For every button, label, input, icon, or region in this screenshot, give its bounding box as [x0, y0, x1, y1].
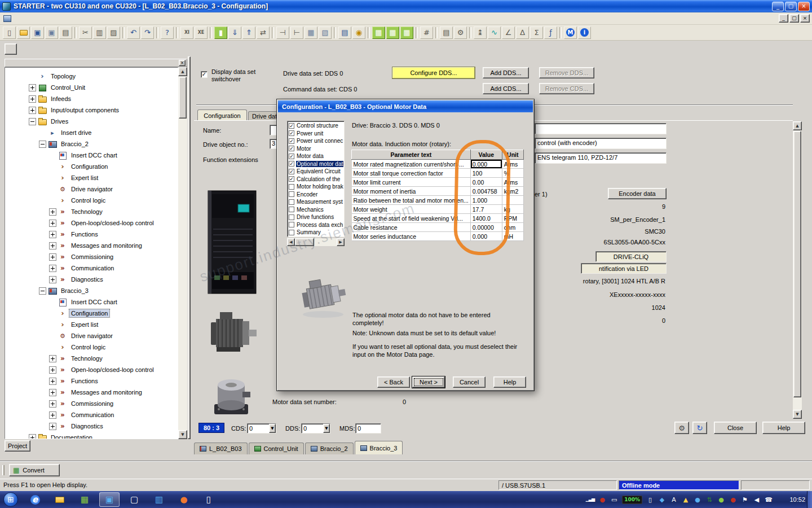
help-button[interactable]: Help	[493, 376, 526, 388]
expert-list-xi-icon[interactable]: XI	[180, 27, 193, 39]
value-cell[interactable]: 1.000	[470, 196, 502, 205]
tree-item[interactable]: Insert DCC chart	[5, 150, 178, 161]
step-checkbox-icon[interactable]	[289, 207, 294, 212]
insert-before-icon[interactable]: ⊣	[276, 27, 289, 39]
tree-item[interactable]: Configuration	[5, 308, 178, 319]
toolbar-separator[interactable]	[334, 27, 336, 38]
signal-bars-icon[interactable]: ▁▃▅	[586, 495, 594, 504]
new-project-icon[interactable]: ▯	[3, 27, 16, 39]
menu-item[interactable]	[60, 17, 69, 20]
menu-item[interactable]	[15, 17, 24, 20]
connect-target-icon[interactable]: ▮	[214, 27, 227, 39]
document-tab[interactable]: Control_Unit	[249, 443, 304, 454]
step-checkbox-icon[interactable]	[289, 184, 294, 190]
display-dds-checkbox[interactable]: ✓	[201, 71, 208, 78]
step-checkbox-icon[interactable]	[289, 154, 294, 159]
taskbar-explorer-icon[interactable]	[50, 492, 70, 507]
status-green-icon[interactable]: ●	[717, 495, 725, 504]
phone-icon[interactable]: ☎	[765, 495, 773, 504]
trace-window-icon[interactable]: ▦	[386, 27, 399, 39]
dds-value-input[interactable]	[302, 425, 323, 432]
tree-expander-icon[interactable]	[39, 141, 46, 148]
wizard-step[interactable]: Optional motor dat	[288, 160, 343, 168]
start-button[interactable]: ⊞	[3, 492, 18, 507]
tree-expander-icon[interactable]	[49, 366, 56, 374]
tree-expander-icon[interactable]	[29, 107, 36, 114]
tree-expander-icon[interactable]	[49, 265, 56, 272]
ramp-icon[interactable]: ∆	[516, 27, 529, 39]
step-checkbox-icon[interactable]	[289, 191, 294, 197]
step-checkbox-icon[interactable]	[289, 138, 294, 144]
tree-item[interactable]: Drive navigator	[5, 330, 178, 341]
wizard-step[interactable]: Power unit	[288, 130, 343, 138]
wizard-step[interactable]: Calculation of the	[288, 176, 343, 183]
volume-icon[interactable]: ◀	[753, 495, 761, 504]
menu-item[interactable]	[42, 17, 51, 20]
tree-expander-icon[interactable]	[49, 242, 56, 249]
tree-item[interactable]: Commissioning	[5, 251, 178, 262]
toolbar-separator[interactable]	[416, 27, 418, 38]
wizard-step[interactable]: Motor data	[288, 152, 343, 160]
tree-item[interactable]: Documentation	[5, 432, 178, 439]
mds-field[interactable]	[355, 423, 381, 433]
tree-expander-icon[interactable]	[49, 355, 56, 362]
sync-icon[interactable]: ⇅	[705, 495, 713, 504]
tree-item[interactable]: Functions	[5, 375, 178, 387]
tree-item[interactable]: Expert list	[5, 319, 178, 330]
tree-item[interactable]: Insert DCC chart	[5, 296, 178, 308]
tree-expander-icon[interactable]	[49, 423, 56, 430]
wizard-step[interactable]: Power unit connec	[288, 137, 343, 145]
dialog-title-bar[interactable]: Configuration - L_B02_B03 - Optional Mot…	[278, 100, 533, 112]
menu-item[interactable]	[51, 17, 60, 20]
scrollbar-thumb[interactable]	[179, 77, 187, 119]
configure-dds-button[interactable]: Configure DDS...	[392, 67, 475, 79]
taskbar-clock[interactable]: 10:52	[789, 491, 805, 508]
value-cell[interactable]: 100	[470, 169, 502, 178]
upload-icon[interactable]: ⇑	[242, 27, 255, 39]
save-project-icon[interactable]: ▣	[31, 27, 44, 39]
chevron-down-icon[interactable]: ▼	[269, 424, 276, 433]
toolbar-separator[interactable]	[435, 27, 438, 38]
maximize-button[interactable]: ▢	[785, 2, 797, 11]
scroll-up-icon[interactable]: ▲	[793, 121, 802, 130]
taskbar-ie-icon[interactable]: e	[25, 492, 45, 507]
security-shield-icon[interactable]: ▲	[682, 495, 690, 504]
tree-expander-icon[interactable]	[49, 389, 56, 396]
scrollbar-thumb[interactable]	[793, 131, 801, 397]
tree-item[interactable]: Insert drive	[5, 127, 178, 138]
tree-item[interactable]: Control logic	[5, 341, 178, 353]
tree-item[interactable]: Configuration	[5, 161, 178, 172]
close-panel-button[interactable]: Close	[714, 422, 757, 434]
alert-icon[interactable]: ●	[598, 495, 606, 504]
child-restore-button[interactable]: ▢	[789, 14, 799, 23]
refresh-button[interactable]: ↻	[692, 422, 707, 434]
dock-handle-button[interactable]	[5, 43, 17, 55]
document-tab[interactable]: Braccio_3	[355, 441, 403, 454]
document-tab[interactable]: Braccio_2	[305, 443, 354, 454]
function-icon[interactable]: ƒ	[544, 27, 557, 39]
value-cell[interactable]: 0.000	[470, 160, 502, 169]
step-list-hscrollbar[interactable]: ◀ ▶	[287, 238, 345, 246]
tree-expander-icon[interactable]	[49, 208, 56, 216]
step-checkbox-icon[interactable]	[289, 130, 294, 136]
status-red-icon[interactable]: ●	[729, 495, 737, 504]
step-checkbox-icon[interactable]	[289, 123, 294, 129]
menu-item[interactable]	[69, 17, 78, 20]
close-button[interactable]: ×	[798, 2, 810, 11]
show-desktop-button[interactable]	[807, 491, 812, 508]
wizard-step[interactable]: Motor	[288, 145, 343, 153]
tree-expander-icon[interactable]	[49, 231, 56, 238]
scroll-down-icon[interactable]: ▼	[793, 410, 802, 419]
tree-expander-icon[interactable]	[49, 253, 56, 261]
tab-project[interactable]: Project	[5, 440, 30, 452]
step-checkbox-icon[interactable]	[289, 176, 294, 182]
tree-expander-icon[interactable]	[29, 118, 36, 125]
chat-icon[interactable]: ◆	[658, 495, 666, 504]
tree-item[interactable]: Control_Unit	[5, 82, 178, 93]
keyboard-icon[interactable]: ▭	[610, 495, 618, 504]
wizard-step[interactable]: Control structure	[288, 122, 343, 130]
step-checkbox-icon[interactable]	[289, 222, 294, 227]
value-cell[interactable]: 0.00000	[470, 223, 502, 232]
motor-module-info-icon[interactable]: M	[564, 27, 577, 39]
remove-cds-button[interactable]: Remove CDS...	[539, 83, 594, 94]
